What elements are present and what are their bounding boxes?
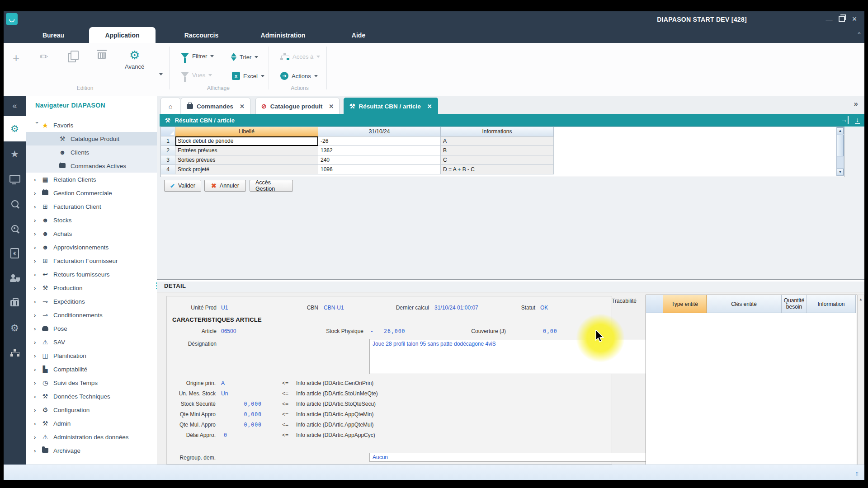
chevron-right-icon[interactable]: › — [34, 217, 40, 224]
briefcase-icon[interactable] — [4, 291, 26, 315]
nav-item-retours-fournisseurs[interactable]: ›↩Retours fournisseurs — [26, 267, 157, 281]
edit-button[interactable]: ✏ — [40, 51, 48, 63]
row-number-cell[interactable]: 4 — [161, 165, 175, 174]
chevron-down-icon[interactable]: › — [34, 122, 41, 128]
avance-dropdown-caret[interactable] — [159, 69, 163, 77]
grid-cell[interactable]: C — [441, 155, 554, 165]
field-value[interactable]: 0,000 — [235, 411, 262, 418]
menu-administration[interactable]: Administration — [254, 27, 312, 43]
nav-item-suivi-des-temps[interactable]: ›◷Suivi des Temps — [26, 376, 157, 389]
chevron-right-icon[interactable]: › — [34, 244, 40, 251]
table-corner-cell[interactable] — [646, 295, 663, 313]
restore-button[interactable] — [836, 14, 847, 24]
column-header-libelle[interactable]: Libellé — [175, 127, 318, 136]
chevron-right-icon[interactable]: › — [34, 434, 40, 441]
invoice-euro-icon[interactable]: € — [4, 241, 26, 266]
nav-item-configuration[interactable]: ›⚙Configuration — [26, 403, 157, 417]
nav-item-administration-des-donn-es[interactable]: ›⚠Administration des données — [26, 430, 157, 444]
copy-button[interactable] — [68, 53, 76, 62]
nav-item-clients[interactable]: ☻Clients — [26, 145, 157, 159]
nav-item-exp-ditions[interactable]: ›⊸Expéditions — [26, 295, 157, 308]
grid-vertical-scrollbar[interactable]: ▲ ▼ — [836, 127, 844, 176]
annuler-button[interactable]: ✖Annuler — [204, 180, 246, 192]
delete-button[interactable] — [98, 49, 106, 59]
grid-cell[interactable]: Stock début de période — [175, 136, 318, 146]
menu-raccourcis[interactable]: Raccourcis — [175, 27, 227, 43]
grid-cell[interactable]: A — [441, 136, 554, 146]
chevron-right-icon[interactable]: › — [34, 325, 40, 332]
chevron-right-icon[interactable]: › — [34, 258, 40, 264]
close-tab-icon[interactable]: ✕ — [240, 103, 245, 110]
chevron-right-icon[interactable]: › — [34, 230, 40, 237]
nav-item-sav[interactable]: ›⚠SAV — [26, 335, 157, 349]
row-number-cell[interactable]: 2 — [161, 146, 175, 155]
actions-button[interactable]: ➜ Actions — [280, 72, 318, 80]
chevron-right-icon[interactable]: › — [34, 339, 40, 346]
nav-item-gestion-commerciale[interactable]: ›Gestion Commerciale — [26, 186, 157, 200]
minimize-button[interactable]: — — [824, 14, 835, 24]
chevron-right-icon[interactable]: › — [34, 447, 40, 454]
detail-tab[interactable]: DETAIL — [164, 282, 186, 289]
nav-item-admin[interactable]: ›⚒Admin — [26, 417, 157, 430]
close-button[interactable]: × — [849, 14, 860, 24]
avance-button[interactable]: ⚙ Avancé — [125, 48, 144, 70]
column-header-quantite-besoin[interactable]: Quantité besoin — [782, 295, 807, 313]
field-value[interactable]: Un — [221, 390, 228, 397]
column-header-cles-entite[interactable]: Clés entité — [707, 295, 782, 313]
chevron-right-icon[interactable]: › — [34, 393, 40, 400]
menu-aide[interactable]: Aide — [345, 27, 372, 43]
nav-item-conditionnements[interactable]: ›⊸Conditionnements — [26, 308, 157, 322]
user-shield-icon[interactable] — [4, 266, 26, 291]
nav-item-stocks[interactable]: ›☻Stocks — [26, 213, 157, 227]
field-value[interactable]: 0,000 — [235, 401, 262, 407]
nav-item-relation-clients[interactable]: ›▦Relation Clients — [26, 173, 157, 186]
trace-vertical-scrollbar[interactable]: ▲ ▼ — [857, 295, 864, 480]
chevron-right-icon[interactable]: › — [34, 352, 40, 359]
add-button[interactable]: + — [13, 51, 19, 65]
tab-resultat-cbn-article[interactable]: ⚒ Résultat CBN / article ✕ — [344, 98, 438, 114]
grid-cell[interactable]: D = A + B - C — [441, 165, 554, 174]
chevron-right-icon[interactable]: › — [34, 420, 40, 427]
grid-cell[interactable]: Sorties prévues — [175, 155, 318, 165]
nav-item-production[interactable]: ›⚒Production — [26, 281, 157, 295]
more-tabs-chevron[interactable]: » — [854, 99, 858, 108]
row-number-cell[interactable]: 3 — [161, 155, 175, 165]
chevron-right-icon[interactable]: › — [34, 312, 40, 319]
nav-item-pose[interactable]: ›Pose — [26, 322, 157, 335]
grid-cell[interactable]: 1096 — [318, 165, 441, 174]
ribbon-collapse-chevron[interactable]: ⌃ — [857, 31, 862, 38]
grid-cell[interactable]: Stock projeté — [175, 165, 318, 174]
field-value[interactable]: A — [221, 380, 225, 386]
pin-right-icon[interactable]: → — [841, 116, 849, 124]
filtrer-button[interactable]: Filtrer — [181, 53, 214, 60]
collapse-sidebar-icon[interactable]: « — [4, 96, 26, 116]
tab-commandes[interactable]: Commandes ✕ — [181, 98, 250, 114]
valider-button[interactable]: ✔Valider — [164, 180, 201, 192]
nav-item-archivage[interactable]: ›Archivage — [26, 444, 157, 457]
chevron-right-icon[interactable]: › — [34, 407, 40, 413]
column-header-informations[interactable]: Informations — [441, 127, 554, 136]
navigator-wheel-icon[interactable]: ⚙ — [4, 116, 26, 141]
nav-item-facturation-client[interactable]: ›⊞Facturation Client — [26, 200, 157, 213]
chevron-right-icon[interactable]: › — [34, 298, 40, 305]
menu-bureau[interactable]: Bureau — [35, 27, 71, 43]
excel-button[interactable]: Excel — [232, 72, 264, 80]
field-value[interactable]: 0,000 — [235, 422, 262, 428]
field-value[interactable]: 0 — [224, 432, 227, 438]
grid-corner-cell[interactable] — [161, 127, 175, 136]
grid-cell[interactable]: Entrées prévues — [175, 146, 318, 155]
tab-catalogue-produit[interactable]: ⊘ Catalogue produit ✕ — [255, 98, 340, 114]
chevron-right-icon[interactable]: › — [34, 285, 40, 291]
close-tab-icon[interactable]: ✕ — [427, 103, 432, 110]
column-header-information[interactable]: Information — [807, 295, 856, 313]
grid-cell[interactable]: -26 — [318, 136, 441, 146]
nav-item-facturation-fournisseur[interactable]: ›⊞Facturation Fournisseur — [26, 254, 157, 267]
tab-home[interactable]: ⌂ — [160, 98, 180, 114]
search-location-icon[interactable] — [4, 216, 26, 241]
column-header-date[interactable]: 31/10/24 — [318, 127, 441, 136]
nav-item-approvisionnements[interactable]: ›☻Approvisionnements — [26, 240, 157, 254]
nav-item-achats[interactable]: ›☻Achats — [26, 227, 157, 240]
acces-gestion-button[interactable]: Accès Gestion — [250, 180, 293, 192]
org-chart-icon[interactable] — [4, 340, 26, 365]
settings-gear-icon[interactable]: ⚙ — [4, 315, 26, 340]
